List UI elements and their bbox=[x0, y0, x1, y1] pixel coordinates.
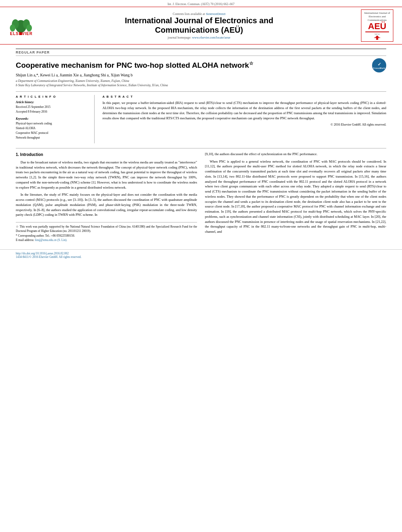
svg-text:ELSEVIER: ELSEVIER bbox=[10, 32, 32, 36]
journal-title: International Journal of Electronics and… bbox=[43, 16, 355, 35]
keyword-2: Slotted-ALOHA bbox=[16, 126, 89, 131]
email-label: E-mail address: bbox=[16, 238, 34, 242]
section-divider bbox=[16, 148, 386, 148]
copyright-notice: © 2016 Elsevier GmbH. All rights reserve… bbox=[102, 123, 386, 126]
main-content: REGULAR PAPER Cooperative mechanism for … bbox=[0, 44, 402, 246]
sciencedirect-link[interactable]: ScienceDirect bbox=[206, 12, 225, 16]
section-label: REGULAR PAPER bbox=[16, 48, 386, 56]
svg-rect-10 bbox=[376, 38, 378, 40]
body-col-left: 1. Introduction Due to the broadcast nat… bbox=[16, 152, 197, 242]
logo-small2: Electronics and bbox=[364, 15, 390, 19]
keyword-4: Network throughput bbox=[16, 135, 89, 140]
body-col-right: [9,10], the authors discussed the effect… bbox=[205, 152, 386, 242]
article-info-col: A R T I C L E I N F O Article history: R… bbox=[16, 95, 95, 143]
email-value[interactable]: linsj@xmu.edu.cn (S. Lin). bbox=[35, 238, 67, 242]
affil-a: a Department of Communication Engineerin… bbox=[16, 79, 386, 83]
paper-title: Cooperative mechanism for PNC two-hop sl… bbox=[16, 61, 368, 70]
footer-bar: http://dx.doi.org/10.1016/j.aeue.2016.02… bbox=[0, 249, 402, 261]
intro-para2: In the literature, the study of PNC main… bbox=[16, 192, 197, 217]
keyword-3: Cooperative MAC protocol bbox=[16, 131, 89, 135]
keywords-section: Keywords: Physical-layer network coding … bbox=[16, 117, 89, 140]
journal-center: Contents lists available at ScienceDirec… bbox=[39, 12, 359, 39]
keyword-1: Physical-layer network coding bbox=[16, 121, 89, 126]
crossmark-circle: ✓ CrossMark bbox=[372, 58, 386, 72]
journal-homepage: journal homepage: www.elsevier.com/locat… bbox=[43, 36, 355, 39]
aeu-logo-box: International Journal of Electronics and… bbox=[361, 9, 393, 42]
footnote-corresponding: * Corresponding author. Tel.: +86 059225… bbox=[16, 234, 197, 238]
article-info-title: A R T I C L E I N F O bbox=[16, 95, 89, 98]
homepage-url[interactable]: www.elsevier.com/locate/aeue bbox=[192, 36, 230, 39]
abstract-col: A B S T R A C T In this paper, we propos… bbox=[102, 95, 386, 143]
contents-label: Contents lists available at ScienceDirec… bbox=[43, 12, 355, 16]
history-label: Article history: bbox=[16, 100, 89, 104]
doi-link[interactable]: http://dx.doi.org/10.1016/j.aeue.2016.02… bbox=[16, 252, 386, 255]
col2-para2: When PNC is applied to a general wireles… bbox=[205, 159, 386, 234]
journal-header: ELSEVIER Contents lists available at Sci… bbox=[0, 7, 402, 44]
journal-citation: Int. J. Electron. Commun. (AEÜ) 70 (2016… bbox=[168, 2, 234, 6]
authors: Shijun Lin a,*, Kewei Li a, Jianmin Xie … bbox=[16, 73, 386, 77]
elsevier-logo: ELSEVIER bbox=[7, 15, 39, 37]
abstract-title: A B S T R A C T bbox=[102, 95, 386, 98]
article-history: Article history: Received 25 September 2… bbox=[16, 100, 89, 114]
body-columns: 1. Introduction Due to the broadcast nat… bbox=[16, 152, 386, 242]
abstract-text: In this paper, we propose a buffer-infor… bbox=[102, 100, 386, 120]
intro-para1: Due to the broadcast nature of wireless … bbox=[16, 160, 197, 190]
journal-logo-right: International Journal of Electronics and… bbox=[359, 9, 395, 42]
elsevier-svg: ELSEVIER bbox=[7, 15, 35, 36]
footnote-star: ☆ This work was partially supported by t… bbox=[16, 224, 197, 234]
svg-marker-9 bbox=[375, 35, 379, 37]
footer-issn: 1434-8411/© 2016 Elsevier GmbH. All righ… bbox=[16, 255, 386, 259]
accepted-date: Accepted 8 February 2016 bbox=[16, 109, 89, 114]
crossmark-badge: ✓ CrossMark bbox=[372, 58, 386, 72]
logo-icon bbox=[372, 35, 382, 40]
page: Int. J. Electron. Commun. (AEÜ) 70 (2016… bbox=[0, 0, 402, 532]
citation-bar: Int. J. Electron. Commun. (AEÜ) 70 (2016… bbox=[0, 0, 402, 7]
svg-rect-8 bbox=[374, 37, 380, 38]
affil-b: b State Key Laboratory of Integrated Ser… bbox=[16, 83, 386, 87]
affiliations: a Department of Communication Engineerin… bbox=[16, 79, 386, 87]
col2-para1: [9,10], the authors discussed the effect… bbox=[205, 152, 386, 157]
logo-small1: International Journal of bbox=[364, 11, 390, 15]
section1-heading: 1. Introduction bbox=[16, 152, 197, 158]
article-info-abstract-row: A R T I C L E I N F O Article history: R… bbox=[16, 91, 386, 143]
svg-point-6 bbox=[26, 24, 32, 32]
aeu-logo-text: AEÜ bbox=[368, 22, 386, 31]
footnotes: ☆ This work was partially supported by t… bbox=[16, 222, 197, 242]
received-date: Received 25 September 2015 bbox=[16, 105, 89, 109]
svg-point-5 bbox=[10, 24, 15, 32]
keywords-label: Keywords: bbox=[16, 117, 89, 120]
